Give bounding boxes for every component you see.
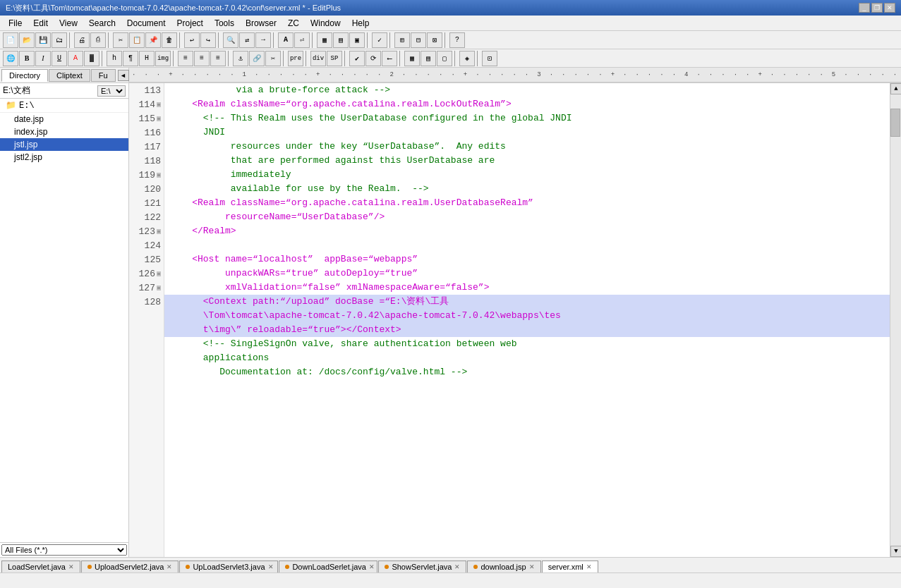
close-button[interactable]: ✕ bbox=[884, 3, 895, 13]
tb-table3[interactable]: ▢ bbox=[437, 51, 452, 66]
tb-validate[interactable]: ✔ bbox=[349, 51, 365, 66]
tb-clip2[interactable]: ⊟ bbox=[411, 32, 426, 48]
btab-uploadservlet2[interactable]: UploadServlet2.java ✕ bbox=[81, 561, 179, 572]
btab-uploadservlet2-close[interactable]: ✕ bbox=[167, 563, 172, 570]
tab-fu[interactable]: Fu bbox=[91, 69, 116, 82]
tb-span[interactable]: SP bbox=[327, 51, 342, 66]
fold-114[interactable]: ▣ bbox=[157, 100, 161, 109]
menu-help[interactable]: Help bbox=[346, 17, 375, 30]
tb-bgcolor[interactable]: ▓ bbox=[84, 51, 99, 66]
tb-italic[interactable]: I bbox=[35, 51, 51, 66]
minimize-button[interactable]: _ bbox=[859, 3, 870, 13]
tb-para[interactable]: ¶ bbox=[123, 51, 138, 66]
tb-goto[interactable]: → bbox=[255, 32, 271, 48]
tb-misc3[interactable]: ▣ bbox=[349, 32, 365, 48]
tb-img[interactable]: img bbox=[155, 51, 171, 66]
tb-cut[interactable]: ✂ bbox=[113, 32, 128, 48]
tb-link[interactable]: 🔗 bbox=[249, 51, 265, 66]
tb-open[interactable]: 📂 bbox=[19, 32, 35, 48]
fold-119[interactable]: ▣ bbox=[157, 171, 161, 179]
menu-view[interactable]: View bbox=[54, 17, 83, 30]
tb-undo[interactable]: ↩ bbox=[184, 32, 200, 48]
btab-server-xml[interactable]: server.xml ✕ bbox=[542, 561, 598, 572]
scroll-up-btn[interactable]: ▲ bbox=[890, 83, 901, 94]
btab-uploadservlet3[interactable]: UpLoadServlet3.java ✕ bbox=[179, 561, 278, 572]
tb-bold2[interactable]: B bbox=[19, 51, 35, 66]
scroll-thumb[interactable] bbox=[890, 109, 900, 137]
file-jstl2-jsp[interactable]: jstl2.jsp bbox=[0, 151, 128, 164]
tb-align-r[interactable]: ≡ bbox=[210, 51, 226, 66]
panel-nav-prev[interactable]: ◄ bbox=[118, 70, 129, 81]
menu-document[interactable]: Document bbox=[121, 17, 171, 30]
btab-download-jsp-close[interactable]: ✕ bbox=[529, 563, 535, 570]
fold-127[interactable]: ▣ bbox=[157, 283, 161, 292]
tb-misc2[interactable]: ▤ bbox=[333, 32, 349, 48]
fold-115[interactable]: ▣ bbox=[157, 114, 161, 123]
btab-loadservlet[interactable]: LoadServlet.java ✕ bbox=[1, 561, 80, 572]
tb-misc6[interactable]: ⟵ bbox=[382, 51, 397, 66]
tb-misc4[interactable]: ✂ bbox=[265, 51, 281, 66]
tb-color[interactable]: A bbox=[68, 51, 83, 66]
tb-misc1[interactable]: ▦ bbox=[317, 32, 332, 48]
tb-pre[interactable]: pre bbox=[288, 51, 303, 66]
menu-zc[interactable]: ZC bbox=[282, 17, 305, 30]
tab-directory[interactable]: Directory bbox=[1, 69, 48, 82]
btab-downloader[interactable]: DownLoadSerlet.java ✕ bbox=[279, 561, 377, 572]
btab-uploadservlet3-close[interactable]: ✕ bbox=[268, 563, 274, 570]
file-jstl-jsp[interactable]: jstl.jsp bbox=[0, 138, 128, 151]
tb-print[interactable]: 🖨 bbox=[74, 32, 90, 48]
tb-paste[interactable]: 📌 bbox=[145, 32, 161, 48]
tab-cliptext[interactable]: Cliptext bbox=[49, 69, 90, 82]
restore-button[interactable]: ❐ bbox=[871, 3, 883, 13]
menu-project[interactable]: Project bbox=[171, 17, 209, 30]
tb-clip1[interactable]: ⊞ bbox=[394, 32, 410, 48]
tb-delete[interactable]: 🗑 bbox=[162, 32, 177, 48]
tb-wrap[interactable]: ⏎ bbox=[294, 32, 310, 48]
drive-dropdown[interactable]: E:\ bbox=[97, 85, 126, 97]
menu-edit[interactable]: Edit bbox=[28, 17, 54, 30]
tb-find[interactable]: 🔍 bbox=[223, 32, 238, 48]
btab-showservlet[interactable]: ShowServlet.java ✕ bbox=[378, 561, 466, 572]
tb-clip3[interactable]: ⊠ bbox=[427, 32, 442, 48]
tb-align-l[interactable]: ≡ bbox=[178, 51, 193, 66]
tb-new[interactable]: 📄 bbox=[3, 32, 18, 48]
tb-check[interactable]: ✓ bbox=[372, 32, 387, 48]
tb-copy[interactable]: 📋 bbox=[129, 32, 145, 48]
tb-table[interactable]: ▦ bbox=[404, 51, 420, 66]
menu-window[interactable]: Window bbox=[305, 17, 346, 30]
tb-div[interactable]: div bbox=[310, 51, 326, 66]
tb-redo[interactable]: ↪ bbox=[200, 32, 216, 48]
tb-help[interactable]: ? bbox=[449, 32, 465, 48]
btab-server-xml-close[interactable]: ✕ bbox=[586, 563, 592, 570]
tb-bold[interactable]: A bbox=[278, 32, 294, 48]
btab-loadservlet-close[interactable]: ✕ bbox=[68, 563, 74, 570]
menu-search[interactable]: Search bbox=[83, 17, 121, 30]
tb-align[interactable]: H bbox=[139, 51, 155, 66]
tb-frame[interactable]: ⊡ bbox=[482, 51, 497, 66]
tb-underline[interactable]: U bbox=[52, 51, 67, 66]
btab-showservlet-close[interactable]: ✕ bbox=[454, 563, 460, 570]
file-filter-dropdown[interactable]: All Files (*.*) bbox=[1, 544, 127, 556]
scroll-down-btn[interactable]: ▼ bbox=[890, 546, 901, 557]
tb-anchor[interactable]: ⚓ bbox=[233, 51, 248, 66]
tb-table2[interactable]: ▤ bbox=[421, 51, 436, 66]
menu-browser[interactable]: Browser bbox=[240, 17, 282, 30]
btab-download-jsp[interactable]: download.jsp ✕ bbox=[467, 561, 540, 572]
file-date-jsp[interactable]: date.jsp bbox=[0, 113, 128, 125]
tb-misc5[interactable]: ⟳ bbox=[365, 51, 381, 66]
file-index-jsp[interactable]: index.jsp bbox=[0, 125, 128, 138]
tree-drive-e[interactable]: 📁 E:\ bbox=[0, 99, 128, 112]
tb-tag[interactable]: ◈ bbox=[459, 51, 475, 66]
tb-replace[interactable]: ⇄ bbox=[239, 32, 255, 48]
menu-file[interactable]: File bbox=[3, 17, 28, 30]
tb-save-all[interactable]: 🗂 bbox=[52, 32, 67, 48]
btab-downloader-close[interactable]: ✕ bbox=[369, 563, 375, 570]
tb-save[interactable]: 💾 bbox=[35, 32, 51, 48]
fold-126[interactable]: ▣ bbox=[157, 269, 161, 278]
tb-print2[interactable]: ⎙ bbox=[90, 32, 106, 48]
tb-h[interactable]: h bbox=[107, 51, 122, 66]
menu-tools[interactable]: Tools bbox=[209, 17, 240, 30]
code-text[interactable]: via a brute-force attack --> <Realm clas… bbox=[164, 83, 890, 557]
tb-align-c[interactable]: ≡ bbox=[194, 51, 210, 66]
fold-123[interactable]: ▣ bbox=[157, 227, 161, 235]
